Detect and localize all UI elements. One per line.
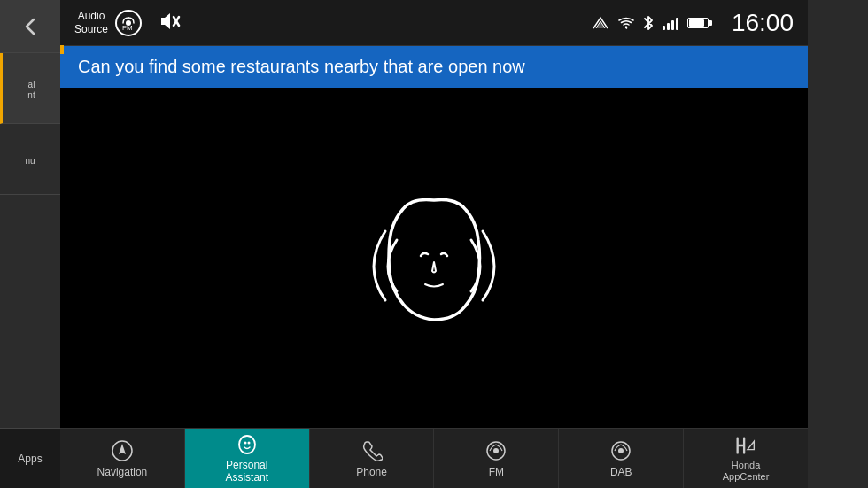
svg-point-8 xyxy=(239,436,255,453)
nav-item-navigation[interactable]: Navigation xyxy=(60,429,185,488)
svg-point-10 xyxy=(247,441,250,444)
status-icons: 16:00 xyxy=(592,9,794,37)
svg-point-7 xyxy=(120,449,124,453)
svg-point-9 xyxy=(244,441,246,444)
fm-radio-icon: FM xyxy=(115,10,142,36)
signal-bars-icon xyxy=(663,16,678,30)
svg-text:FM: FM xyxy=(122,24,133,32)
road-signal-icon xyxy=(592,16,609,30)
svg-point-12 xyxy=(493,448,499,453)
sidebar-item-2-label: nu xyxy=(25,156,35,167)
battery-icon xyxy=(687,18,709,28)
audio-source-text: Audio Source xyxy=(74,10,108,35)
right-sidebar xyxy=(808,0,868,488)
nav-dab-label: DAB xyxy=(610,466,632,478)
volume-bar xyxy=(60,45,64,54)
main-area: Audio Source FM xyxy=(60,0,808,488)
wifi-icon xyxy=(618,17,634,29)
assistant-face-svg xyxy=(310,134,558,382)
nav-personal-assistant-label: Personal Assistant xyxy=(225,459,268,484)
phone-icon xyxy=(360,438,384,463)
status-bar: Audio Source FM xyxy=(60,0,808,46)
svg-marker-1 xyxy=(161,13,170,29)
fm-icon xyxy=(484,438,508,463)
radio-waves-icon: FM xyxy=(116,11,141,35)
bottom-nav-bar: Navigation Personal Assistant Phone xyxy=(60,428,808,488)
back-button[interactable] xyxy=(0,0,60,53)
nav-item-phone[interactable]: Phone xyxy=(310,429,435,488)
nav-fm-label: FM xyxy=(489,466,504,478)
left-sidebar: alnt nu Apps xyxy=(0,0,60,488)
voice-query-text: Can you find some restaurants nearby tha… xyxy=(78,57,525,76)
assistant-area xyxy=(60,88,808,428)
apps-label: Apps xyxy=(18,453,42,465)
voice-banner: Can you find some restaurants nearby tha… xyxy=(60,46,808,88)
navigation-icon xyxy=(110,438,135,463)
sidebar-item-1-label: alnt xyxy=(27,80,35,101)
clock: 16:00 xyxy=(732,9,794,37)
battery-fill xyxy=(689,19,704,27)
mute-icon-area xyxy=(156,9,181,37)
nav-item-honda-appcenter[interactable]: Honda AppCenter xyxy=(684,429,808,488)
sidebar-item-2[interactable]: nu xyxy=(0,124,60,195)
audio-source-area: Audio Source FM xyxy=(74,9,181,37)
nav-item-fm[interactable]: FM xyxy=(434,429,559,488)
nav-item-personal-assistant[interactable]: Personal Assistant xyxy=(185,429,310,488)
nav-item-dab[interactable]: DAB xyxy=(559,429,684,488)
nav-navigation-label: Navigation xyxy=(97,466,148,478)
apps-sidebar-button[interactable]: Apps xyxy=(0,428,60,488)
sidebar-item-1[interactable]: alnt xyxy=(0,53,60,124)
bluetooth-icon xyxy=(643,15,654,31)
svg-point-14 xyxy=(618,448,624,453)
svg-point-4 xyxy=(625,26,627,27)
dab-icon xyxy=(608,438,633,463)
nav-honda-label: Honda AppCenter xyxy=(723,460,770,483)
nav-phone-label: Phone xyxy=(356,466,387,478)
personal-assistant-icon xyxy=(235,433,260,456)
mute-icon xyxy=(156,9,181,34)
honda-appcenter-icon xyxy=(733,434,758,457)
